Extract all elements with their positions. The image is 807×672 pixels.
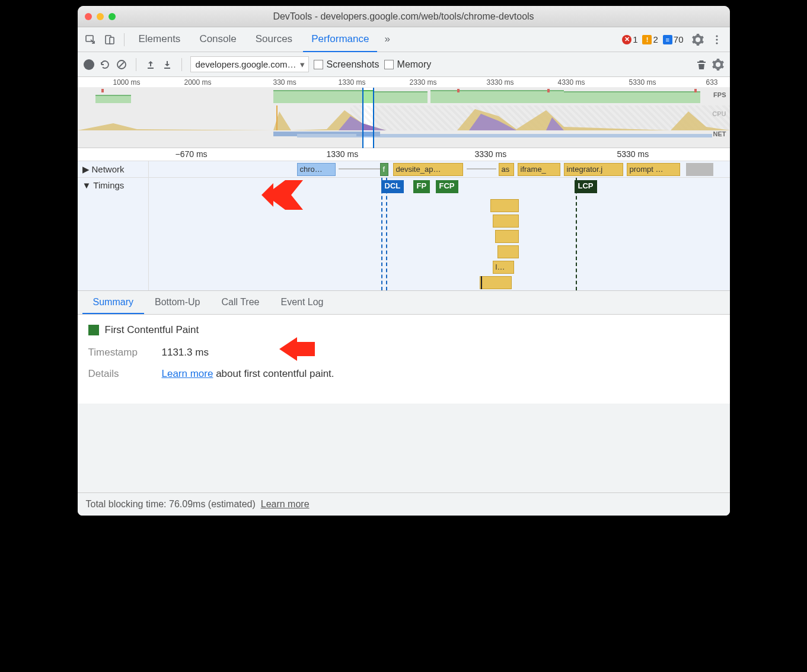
tab-sources[interactable]: Sources	[247, 27, 301, 52]
details-tail: about first contentful paint.	[213, 368, 334, 379]
network-item-f[interactable]: f	[380, 163, 388, 176]
network-item-integrator[interactable]: integrator.j	[564, 163, 623, 176]
timings-track-body[interactable]: DCL FP FCP LCP l…	[149, 178, 730, 290]
marker-fcp[interactable]: FCP	[436, 180, 458, 193]
tab-performance[interactable]: Performance	[303, 27, 377, 52]
tab-event-log[interactable]: Event Log	[270, 292, 334, 314]
tab-console[interactable]: Console	[191, 27, 244, 52]
timestamp-key: Timestamp	[88, 347, 148, 359]
tab-summary[interactable]: Summary	[82, 292, 144, 314]
issue-counter[interactable]: ✕1 !2 ≡70	[622, 34, 687, 44]
long-task[interactable]	[480, 276, 512, 289]
network-item-devsite[interactable]: devsite_ap…	[393, 163, 463, 176]
network-item-iframe[interactable]: iframe_	[518, 163, 560, 176]
tick-label: 330 ms	[273, 78, 296, 87]
svg-point-5	[716, 42, 717, 44]
divider	[136, 58, 136, 71]
collapse-icon[interactable]: ▼	[82, 180, 91, 190]
memory-checkbox[interactable]: Memory	[384, 59, 432, 70]
network-item-as[interactable]: as	[499, 163, 514, 176]
timeline-overview[interactable]: 1000 ms 2000 ms 330 ms 1330 ms 2330 ms 3…	[78, 77, 730, 148]
error-count: 1	[633, 34, 637, 44]
warning-icon: !	[642, 35, 652, 44]
tick-label: 2330 ms	[410, 78, 437, 87]
download-icon[interactable]	[161, 59, 173, 71]
summary-details-row: Details Learn more about first contentfu…	[88, 368, 719, 380]
tab-bottom-up[interactable]: Bottom-Up	[144, 292, 210, 314]
svg-marker-8	[279, 337, 315, 361]
tabs-overflow-button[interactable]: »	[379, 27, 394, 52]
checkbox-icon	[314, 60, 323, 69]
checkbox-icon	[384, 60, 394, 69]
long-task[interactable]	[490, 199, 519, 212]
overview-selection-handle[interactable]	[362, 88, 374, 148]
tick-label: 1000 ms	[113, 78, 141, 87]
expand-icon[interactable]: ▶	[82, 164, 90, 175]
svg-marker-7	[261, 180, 303, 210]
summary-timestamp-row: Timestamp 1131.3 ms	[88, 347, 719, 359]
tick-label: 1330 ms	[339, 78, 366, 87]
message-icon: ≡	[663, 35, 672, 44]
inspect-element-icon[interactable]	[82, 31, 99, 48]
network-item-prompt[interactable]: prompt …	[627, 163, 680, 176]
upload-icon[interactable]	[145, 59, 157, 71]
footer-bar: Total blocking time: 76.09ms (estimated)…	[78, 492, 730, 516]
tab-elements[interactable]: Elements	[130, 27, 189, 52]
screenshots-checkbox[interactable]: Screenshots	[314, 59, 379, 70]
network-label: Network	[92, 164, 125, 174]
network-track[interactable]: ▶Network chro… f devsite_ap… as iframe_ …	[78, 161, 730, 178]
recording-select-label: developers.google.com…	[196, 59, 296, 69]
summary-event-name: First Contentful Paint	[105, 324, 199, 336]
tick-label: 5330 ms	[629, 78, 656, 87]
reload-icon[interactable]	[99, 59, 111, 71]
memory-label: Memory	[397, 59, 432, 70]
screenshots-label: Screenshots	[327, 59, 379, 70]
tick-label: 5330 ms	[617, 149, 649, 159]
marker-lcp[interactable]: LCP	[575, 180, 597, 193]
marker-dcl[interactable]: DCL	[381, 180, 404, 193]
kebab-menu-icon[interactable]	[709, 31, 725, 48]
empty-space	[78, 404, 730, 492]
devtools-tab-bar: Elements Console Sources Performance » ✕…	[78, 27, 730, 52]
tick-label: 633	[706, 78, 718, 87]
trash-icon[interactable]	[696, 59, 707, 71]
long-task[interactable]	[497, 245, 519, 258]
message-count: 70	[674, 34, 684, 44]
marker-fp[interactable]: FP	[413, 180, 430, 193]
window-title: DevTools - developers.google.com/web/too…	[78, 11, 730, 22]
details-key: Details	[88, 368, 148, 380]
summary-panel: First Contentful Paint Timestamp 1131.3 …	[78, 315, 730, 404]
long-task-label[interactable]: l…	[493, 261, 514, 274]
annotation-arrow-icon	[261, 180, 303, 210]
tick-label: −670 ms	[176, 149, 208, 159]
learn-more-link[interactable]: Learn more	[162, 368, 213, 379]
tick-label: 1330 ms	[327, 149, 359, 159]
tab-call-tree[interactable]: Call Tree	[210, 292, 270, 314]
svg-rect-2	[110, 37, 114, 44]
network-item-chrome[interactable]: chro…	[297, 163, 336, 176]
footer-learn-more-link[interactable]: Learn more	[261, 499, 310, 509]
device-toggle-icon[interactable]	[101, 31, 118, 48]
capture-settings-gear-icon[interactable]	[712, 59, 724, 71]
network-track-header[interactable]: ▶Network	[78, 161, 149, 177]
recording-select[interactable]: developers.google.com…	[190, 56, 309, 72]
annotation-arrow-icon	[279, 337, 315, 364]
summary-title-row: First Contentful Paint	[88, 324, 719, 336]
timings-track-header[interactable]: ▼Timings	[78, 178, 149, 290]
long-task[interactable]	[495, 230, 519, 243]
timings-track[interactable]: ▼Timings DCL FP FCP LCP l…	[78, 178, 730, 290]
timestamp-value: 1131.3 ms	[162, 347, 209, 359]
record-button[interactable]	[84, 59, 94, 70]
tick-label: 3330 ms	[475, 149, 507, 159]
clear-icon[interactable]	[116, 59, 127, 71]
long-task[interactable]	[493, 215, 519, 228]
overview-ruler: 1000 ms 2000 ms 330 ms 1330 ms 2330 ms 3…	[78, 77, 730, 88]
network-track-body[interactable]: chro… f devsite_ap… as iframe_ integrato…	[149, 161, 730, 177]
overview-body: FPS CPU NET	[78, 88, 730, 148]
tick-label: 3330 ms	[487, 78, 514, 87]
flame-chart-area: −670 ms 1330 ms 3330 ms 5330 ms ▶Network…	[78, 148, 730, 291]
settings-gear-icon[interactable]	[690, 31, 706, 48]
error-icon: ✕	[622, 35, 631, 44]
performance-toolbar: developers.google.com… Screenshots Memor…	[78, 52, 730, 77]
svg-point-4	[716, 39, 717, 40]
